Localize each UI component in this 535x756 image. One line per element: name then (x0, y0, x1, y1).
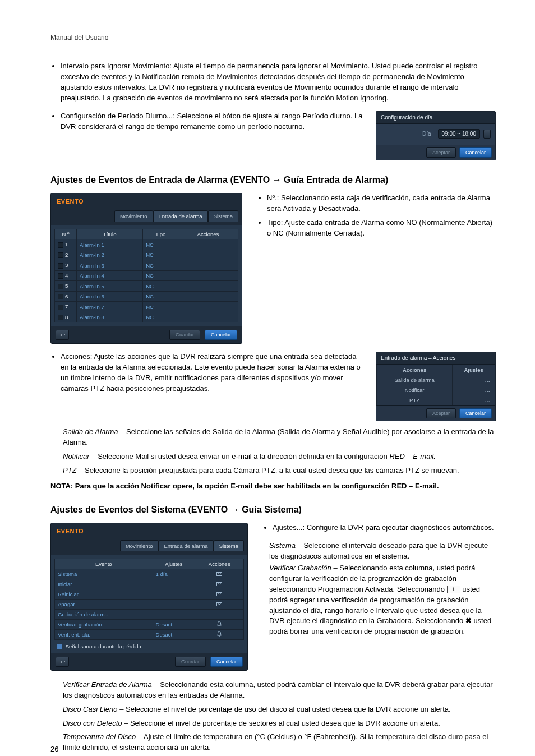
day-config-panel: Configuración de día Día 09:00 ~ 18:00 A… (376, 111, 496, 160)
bullet-motion-ignore: Intervalo para Ignorar Movimiento: Ajust… (61, 61, 496, 103)
acciones-cancel-button[interactable]: Cancelar (459, 408, 492, 418)
table-row[interactable]: 2Alarm-In 2NC (55, 250, 238, 260)
alarm-side-bullets: Nº.: Seleccionando esta caja de verifica… (257, 193, 496, 238)
col-event: Evento (55, 559, 153, 569)
system-tabs: Movimiento Entrada de alarma Sistema (51, 538, 247, 555)
acciones-accept-button[interactable]: Aceptar (426, 408, 456, 418)
tab-sistema[interactable]: Sistema (208, 210, 238, 222)
checkbox-icon[interactable] (58, 294, 63, 299)
tab-movimiento[interactable]: Movimiento (114, 210, 153, 222)
table-row[interactable]: Sistema1 día (55, 569, 244, 579)
table-row[interactable]: 6Alarm-In 6NC (55, 291, 238, 301)
note-temperatura-disco: Temperatura del Disco – Ajuste el límite… (63, 732, 496, 753)
day-panel-title: Configuración de día (376, 112, 495, 124)
loss-beep-row: Señal sonora durante la pérdida (54, 640, 244, 649)
evento-brand: EVENTO (51, 193, 242, 208)
day-cancel-button[interactable]: Cancelar (459, 147, 492, 158)
system-event-table: Evento Ajustes Acciones Sistema1 día Ini… (54, 559, 244, 640)
tab-entrada-alarma[interactable]: Entrada de alarma (153, 210, 208, 222)
acciones-col-ajustes: Ajustes (453, 365, 495, 375)
note-notificar: Notificar – Seleccione Mail si usted des… (63, 451, 496, 462)
mail-icon (216, 572, 222, 576)
tab-sistema[interactable]: Sistema (214, 540, 244, 551)
day-label: Día (381, 131, 435, 137)
tab-movimiento[interactable]: Movimiento (120, 540, 159, 551)
checkbox-icon[interactable] (58, 242, 63, 248)
note-sistema: Sistema – Seleccione el intervalo desead… (269, 541, 496, 562)
evento-system-ui: EVENTO Movimiento Entrada de alarma Sist… (50, 523, 248, 671)
time-stepper[interactable] (483, 130, 491, 139)
table-row[interactable]: Verificar grabaciónDesact. (55, 619, 244, 629)
x-icon: ✖ (465, 616, 472, 625)
evento-brand: EVENTO (51, 523, 247, 538)
table-row[interactable]: 7Alarm-In 7NC (55, 302, 238, 312)
bell-icon (217, 631, 222, 637)
page-number: 26 (50, 745, 58, 753)
cancel-button[interactable]: Cancelar (205, 330, 237, 340)
checkbox-icon[interactable] (58, 252, 63, 258)
table-row[interactable]: 1Alarm-In 1NC (55, 239, 238, 250)
bullet-acciones: Acciones: Ajuste las acciones que la DVR… (61, 352, 366, 394)
alarm-input-table: N.º Título Tipo Acciones 1Alarm-In 1NC 2… (54, 229, 238, 322)
top-bullet-list: Intervalo para Ignorar Movimiento: Ajust… (50, 61, 496, 103)
cancel-button[interactable]: Cancelar (210, 657, 243, 667)
table-row[interactable]: Salida de alarma… (377, 375, 495, 385)
checkbox-icon[interactable] (58, 284, 63, 289)
table-row[interactable]: Notificar… (377, 385, 495, 395)
system-side-bullets: Ajustes...: Configure la DVR para ejecut… (262, 523, 496, 533)
col-actions[interactable]: Acciones (178, 229, 238, 239)
mail-icon (216, 592, 222, 596)
checkbox-icon[interactable] (58, 305, 63, 310)
page-header: Manual del Usuario (50, 34, 496, 44)
save-button[interactable]: Guardar (175, 657, 206, 667)
note-ptz: PTZ – Seleccione la posición preajustada… (63, 465, 496, 476)
table-row[interactable]: PTZ… (377, 395, 495, 405)
section-system-events-heading: Ajustes de Eventos del Sistema (EVENTO →… (50, 505, 496, 515)
table-row[interactable]: 4Alarm-In 4NC (55, 270, 238, 280)
note-disco-defecto: Disco con Defecto – Seleccione el nivel … (63, 718, 496, 729)
back-button[interactable]: ↩ (56, 330, 69, 340)
table-row[interactable]: Grabación de alarma (55, 609, 244, 619)
save-button[interactable]: Guardar (169, 330, 200, 340)
note-verificar-entrada: Verificar Entrada de Alarma – Selecciona… (63, 680, 496, 701)
col-num[interactable]: N.º (55, 229, 77, 239)
acciones-bullet-wrap: Acciones: Ajuste las acciones que la DVR… (50, 352, 366, 397)
bullet-ajustes: Ajustes...: Configure la DVR para ejecut… (273, 523, 496, 533)
col-type[interactable]: Tipo (143, 229, 178, 239)
col-ajustes: Ajustes (153, 559, 195, 569)
bullet-day-config-wrap: Configuración de Período Diurno...: Sele… (50, 111, 366, 136)
bullet-num: Nº.: Seleccionando esta caja de verifica… (267, 193, 496, 214)
table-row[interactable]: 8Alarm-In 8NC (55, 312, 238, 322)
note-salida-alarma: Salida de Alarma – Seleccione las señale… (63, 427, 496, 448)
loss-beep-label: Señal sonora durante la pérdida (66, 643, 141, 649)
table-row[interactable]: Iniciar (55, 579, 244, 589)
acciones-panel-title: Entrada de alarma – Acciones (376, 352, 495, 365)
checkbox-icon[interactable] (58, 263, 63, 269)
note-verificar-grabacion: Verificar Grabación – Seleccionando esta… (269, 563, 496, 637)
note-disco-lleno: Disco Casi Lleno – Seleccione el nivel d… (63, 704, 496, 715)
acciones-col-acciones: Acciones (377, 365, 453, 375)
acciones-panel: Entrada de alarma – Acciones AccionesAju… (376, 352, 496, 421)
day-time-field[interactable]: 09:00 ~ 18:00 (438, 129, 480, 139)
table-row[interactable]: 5Alarm-In 5NC (55, 281, 238, 291)
col-acciones: Acciones (195, 559, 244, 569)
tab-entrada-alarma[interactable]: Entrada de alarma (159, 540, 214, 551)
day-time-value: 09:00 ~ 18:00 (442, 131, 476, 137)
day-accept-button[interactable]: Aceptar (426, 147, 456, 158)
mail-icon (216, 602, 222, 606)
table-row[interactable]: 3Alarm-In 3NC (55, 260, 238, 270)
table-row[interactable]: Apagar (55, 599, 244, 609)
checkbox-icon[interactable] (58, 315, 63, 320)
table-row[interactable]: Reiniciar (55, 589, 244, 599)
bell-icon (217, 621, 222, 626)
checkbox-icon[interactable] (58, 273, 63, 279)
col-title[interactable]: Título (77, 229, 143, 239)
checkbox-icon[interactable] (57, 644, 62, 649)
mail-icon (216, 582, 222, 586)
evento-alarm-ui: EVENTO Movimiento Entrada de alarma Sist… (50, 193, 242, 344)
plus-icon: + (447, 586, 460, 593)
section-alarm-input-heading: Ajustes de Eventos de Entrada de Alarma … (50, 175, 496, 185)
table-row[interactable]: Verif. ent. ala.Desact. (55, 629, 244, 639)
back-button[interactable]: ↩ (56, 657, 69, 667)
bullet-day-config: Configuración de Período Diurno...: Sele… (61, 111, 366, 132)
